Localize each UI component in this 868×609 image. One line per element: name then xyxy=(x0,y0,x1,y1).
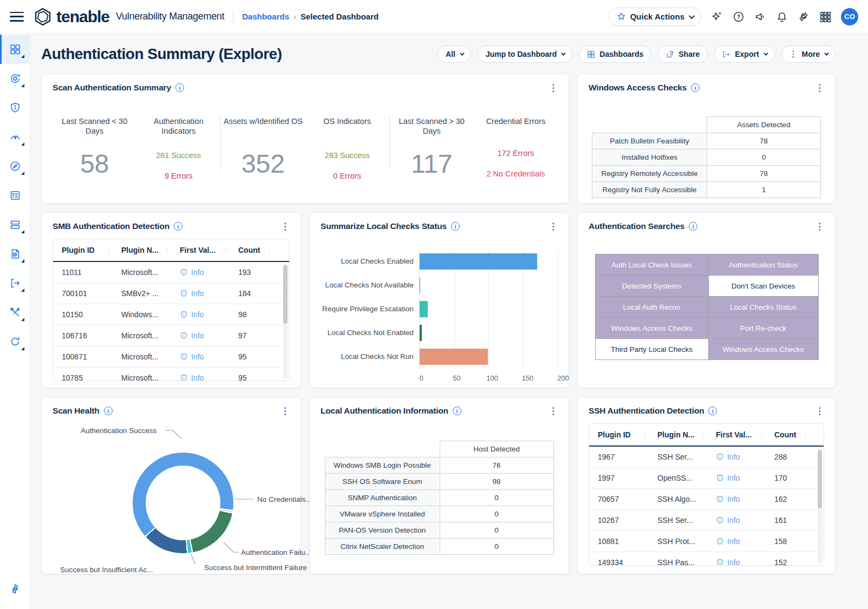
metric-credential-errors: Credential Errors 172 Errors 2 No Creden… xyxy=(474,114,558,180)
hamburger-menu-icon[interactable] xyxy=(10,12,24,22)
settings-gear-icon[interactable] xyxy=(798,11,810,23)
metric-value: 58 xyxy=(53,149,136,179)
row-label: Registry Not Fully Accessible xyxy=(592,182,707,198)
card-menu-kebab-icon[interactable]: ⋮ xyxy=(549,222,558,231)
share-button[interactable]: Share xyxy=(658,45,708,63)
search-cell-dont-scan-devices[interactable]: Don't Scan Devices xyxy=(709,275,819,296)
notifications-bell-icon[interactable] xyxy=(776,11,788,23)
sidebar-item-findings[interactable] xyxy=(0,93,30,122)
search-cell-auth-local-check-issues[interactable]: Auth Local Check Issues xyxy=(596,254,709,275)
info-link[interactable]: Info xyxy=(716,495,766,503)
sidebar-item-tools[interactable] xyxy=(0,298,30,327)
shield-info-icon xyxy=(716,474,724,482)
info-link[interactable]: Info xyxy=(716,558,766,566)
info-link[interactable]: Info xyxy=(180,352,230,361)
card-menu-kebab-icon[interactable]: ⋮ xyxy=(280,407,290,416)
search-cell-windows-access-checks-2[interactable]: Windows Access Checks xyxy=(709,338,819,359)
table-header-row: Plugin ID Plugin N... First Val... Count xyxy=(589,424,824,447)
plugin-name-cell: SSH Algo... xyxy=(649,495,707,503)
sidebar-item-exports[interactable] xyxy=(0,269,30,298)
report-document-icon xyxy=(9,248,21,260)
sidebar-item-explore[interactable] xyxy=(0,152,30,181)
sidebar-item-dashboards[interactable] xyxy=(0,35,30,64)
sidebar-item-recast[interactable] xyxy=(0,327,30,356)
row-label: VMware vSphere Installed xyxy=(325,506,440,522)
local-checks-bar-chart: Local Checks Enabled Local Checks Not Av… xyxy=(321,250,558,369)
local-auth-info-table: Host Detected Windows SMB Login Possible… xyxy=(325,441,554,555)
plugin-name-cell: Windows... xyxy=(113,310,171,319)
info-link[interactable]: Info xyxy=(180,268,230,277)
info-link[interactable]: Info xyxy=(180,310,230,319)
info-icon[interactable]: i xyxy=(708,407,717,415)
bar-local-checks-not-available[interactable] xyxy=(420,277,420,293)
row-value: 76 xyxy=(440,457,553,474)
jump-to-dashboard-dropdown[interactable]: Jump to Dashboard xyxy=(478,45,572,63)
scrollbar-track[interactable] xyxy=(818,449,822,563)
card-title: Authentication Searches xyxy=(589,221,684,231)
ai-sparkle-icon[interactable] xyxy=(711,11,723,23)
sidebar-item-settings[interactable] xyxy=(0,574,30,604)
card-menu-kebab-icon[interactable]: ⋮ xyxy=(549,407,558,416)
info-link[interactable]: Info xyxy=(716,474,766,482)
metric-label: Assets w/Identified OS xyxy=(221,116,305,137)
sidebar-item-scans[interactable] xyxy=(0,64,30,93)
scrollbar-thumb[interactable] xyxy=(818,450,822,508)
card-menu-kebab-icon[interactable]: ⋮ xyxy=(549,83,558,93)
info-icon[interactable]: i xyxy=(175,83,184,92)
info-link[interactable]: Info xyxy=(716,537,766,546)
info-link[interactable]: Info xyxy=(180,374,230,381)
card-menu-kebab-icon[interactable]: ⋮ xyxy=(815,407,824,416)
bar-local-checks-not-run[interactable] xyxy=(420,349,488,365)
scrollbar-track[interactable] xyxy=(283,264,288,378)
bar-category-label: Local Checks Not Run xyxy=(321,345,419,369)
quick-actions-button[interactable]: Quick Actions xyxy=(609,8,701,26)
info-icon[interactable]: i xyxy=(174,222,182,231)
export-dropdown[interactable]: Export xyxy=(714,45,774,63)
servers-icon xyxy=(9,219,21,231)
table-row: Windows SMB Login Possible76 xyxy=(325,457,553,474)
bar-require-privilege-escalation[interactable] xyxy=(420,301,428,317)
search-cell-port-re-check[interactable]: Port Re-check xyxy=(709,317,819,338)
search-cell-windows-access-checks[interactable]: Windows Access Checks xyxy=(596,317,709,338)
bar-local-checks-not-enabled[interactable] xyxy=(420,325,422,341)
dashboards-button[interactable]: Dashboards xyxy=(579,45,651,63)
donut-ring[interactable] xyxy=(133,453,233,553)
card-menu-kebab-icon[interactable]: ⋮ xyxy=(815,222,824,231)
info-icon[interactable]: i xyxy=(691,83,700,92)
sidebar-item-checklist[interactable] xyxy=(0,181,30,210)
card-menu-kebab-icon[interactable]: ⋮ xyxy=(815,83,824,93)
sidebar-item-assets[interactable] xyxy=(0,210,30,239)
info-icon[interactable]: i xyxy=(453,407,461,415)
info-link[interactable]: Info xyxy=(180,289,230,298)
announcements-megaphone-icon[interactable] xyxy=(754,11,766,23)
info-icon[interactable]: i xyxy=(451,222,460,231)
search-cell-detected-systems[interactable]: Detected Systems xyxy=(596,275,709,296)
card-title: Scan Authentication Summary xyxy=(53,83,171,93)
scrollbar-thumb[interactable] xyxy=(283,265,288,324)
search-cell-third-party-local-checks[interactable]: Third Party Local Checks xyxy=(596,338,709,359)
filter-all-dropdown[interactable]: All xyxy=(438,45,471,63)
card-title: Scan Health xyxy=(53,406,100,416)
breadcrumb-dashboards-link[interactable]: Dashboards xyxy=(242,12,289,21)
app-launcher-grid-icon[interactable] xyxy=(819,11,831,23)
more-dropdown[interactable]: ⋮ More xyxy=(781,45,836,63)
info-icon[interactable]: i xyxy=(689,222,697,231)
card-smb-authentication-detection: SMB Authentication Detection i ⋮ Plugin … xyxy=(41,212,301,388)
metric-error: 2 No Credentials xyxy=(474,169,558,178)
bar-local-checks-enabled[interactable] xyxy=(420,253,537,270)
search-cell-local-auth-recon[interactable]: Local Auth Recon xyxy=(596,296,709,317)
info-link[interactable]: Info xyxy=(180,331,230,340)
card-menu-kebab-icon[interactable]: ⋮ xyxy=(280,222,290,231)
sidebar-item-lumin[interactable] xyxy=(0,122,30,152)
sidebar-item-reports[interactable] xyxy=(0,239,30,269)
search-cell-authentication-status[interactable]: Authentication Status xyxy=(709,254,819,275)
info-link[interactable]: Info xyxy=(716,516,766,525)
metric-error: 9 Errors xyxy=(136,172,220,180)
info-link[interactable]: Info xyxy=(716,453,766,461)
brand-logo[interactable]: tenable Vulnerability Management xyxy=(34,8,224,26)
user-avatar[interactable]: CO xyxy=(841,8,858,25)
table-row: Registry Remotely Accessible78 xyxy=(592,166,821,182)
search-cell-local-checks-status[interactable]: Local Checks Status xyxy=(709,296,819,317)
info-icon[interactable]: i xyxy=(104,407,113,415)
help-icon[interactable]: ? xyxy=(733,11,745,23)
